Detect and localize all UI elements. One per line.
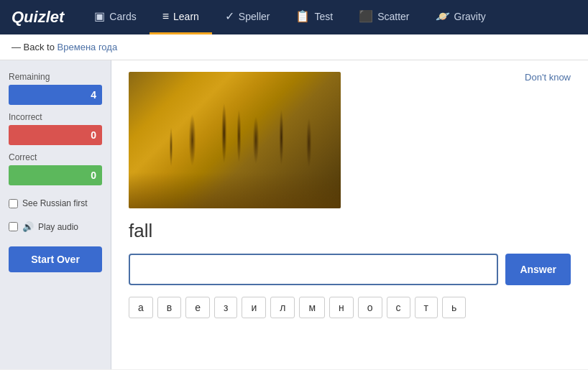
char-button-11[interactable]: ь — [442, 297, 466, 318]
test-icon: 📋 — [295, 9, 310, 23]
play-audio-row: 🔊 Play audio — [9, 221, 102, 232]
play-audio-checkbox[interactable] — [9, 222, 18, 231]
audio-icon: 🔊 — [22, 221, 34, 232]
nav-label-gravity: Gravity — [454, 11, 486, 22]
char-button-7[interactable]: н — [329, 297, 354, 318]
set-link[interactable]: Времена года — [58, 42, 118, 52]
see-russian-label: See Russian first — [22, 198, 88, 208]
learn-icon: ≡ — [162, 10, 169, 23]
char-button-9[interactable]: с — [387, 297, 410, 318]
char-button-0[interactable]: а — [129, 297, 153, 318]
play-audio-label: Play audio — [38, 222, 78, 232]
nav-label-test: Test — [314, 11, 333, 22]
incorrect-bar: 0 — [9, 125, 102, 145]
char-button-10[interactable]: т — [415, 297, 438, 318]
nav-label-scatter: Scatter — [377, 11, 409, 22]
remaining-bar: 4 — [9, 85, 102, 105]
see-russian-row: See Russian first — [9, 198, 102, 208]
breadcrumb: — Back to Времена года — [0, 34, 588, 60]
main-layout: Remaining 4 Incorrect 0 Correct 0 See Ru… — [0, 60, 588, 369]
incorrect-label: Incorrect — [9, 112, 102, 122]
scatter-icon: ⬛ — [359, 9, 373, 23]
nav-label-cards: Cards — [109, 11, 136, 22]
answer-button[interactable]: Answer — [505, 254, 571, 285]
gravity-icon: 🪐 — [436, 9, 450, 23]
nav-item-speller[interactable]: ✓ Speller — [212, 0, 283, 34]
content-area: Don't know fall Answer авезилмность — [111, 60, 588, 369]
char-button-3[interactable]: з — [214, 297, 237, 318]
correct-value: 0 — [91, 170, 96, 181]
char-button-4[interactable]: и — [242, 297, 266, 318]
char-buttons: авезилмность — [129, 297, 571, 318]
char-button-1[interactable]: в — [157, 297, 181, 318]
dont-know-link[interactable]: Don't know — [525, 72, 571, 83]
navigation: Quizlet ▣ Cards ≡ Learn ✓ Speller 📋 Test… — [0, 0, 588, 34]
remaining-value: 4 — [91, 89, 96, 101]
char-button-2[interactable]: е — [185, 297, 210, 318]
nav-item-gravity[interactable]: 🪐 Gravity — [423, 0, 499, 34]
start-over-button[interactable]: Start Over — [9, 246, 102, 272]
word-display: fall — [129, 220, 571, 242]
nav-item-scatter[interactable]: ⬛ Scatter — [346, 0, 422, 34]
speller-icon: ✓ — [225, 9, 234, 23]
logo[interactable]: Quizlet — [12, 8, 64, 27]
incorrect-value: 0 — [91, 129, 96, 141]
char-button-6[interactable]: м — [299, 297, 325, 318]
nav-label-learn: Learn — [173, 11, 199, 22]
back-text: — Back to — [12, 42, 58, 52]
nav-item-test[interactable]: 📋 Test — [282, 0, 346, 34]
see-russian-checkbox[interactable] — [9, 199, 18, 208]
cards-icon: ▣ — [94, 9, 105, 23]
correct-label: Correct — [9, 152, 102, 162]
remaining-label: Remaining — [9, 72, 102, 82]
card-image — [129, 72, 341, 208]
correct-bar: 0 — [9, 165, 102, 185]
nav-label-speller: Speller — [239, 11, 270, 22]
answer-row: Answer — [129, 254, 571, 285]
nav-item-cards[interactable]: ▣ Cards — [81, 0, 149, 34]
answer-input[interactable] — [129, 254, 498, 285]
char-button-5[interactable]: л — [270, 297, 295, 318]
sidebar: Remaining 4 Incorrect 0 Correct 0 See Ru… — [0, 60, 111, 369]
char-button-8[interactable]: о — [358, 297, 382, 318]
nav-item-learn[interactable]: ≡ Learn — [150, 0, 212, 34]
